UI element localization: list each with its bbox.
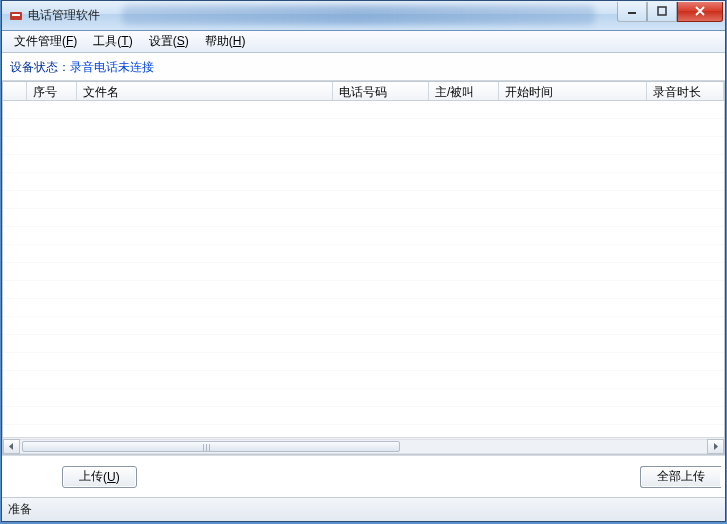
col-duration[interactable]: 录音时长 [647,82,724,100]
menu-help-hotkey: H [233,34,242,48]
triangle-right-icon [712,443,719,450]
col-start-time[interactable]: 开始时间 [499,82,647,100]
menu-file-hotkey: F [66,34,73,48]
app-window: 电话管理软件 文件管理(F) 工具(T) 设置(S) [1,0,726,522]
menu-tools-hotkey: T [121,34,128,48]
minimize-button[interactable] [617,2,647,22]
titlebar[interactable]: 电话管理软件 [2,1,725,31]
device-status-label: 设备状态： [10,60,70,74]
window-controls [617,2,723,22]
scroll-left-button[interactable] [3,439,20,454]
upload-button-label: 上传 [79,468,103,485]
col-filename[interactable]: 文件名 [77,82,333,100]
menu-tools[interactable]: 工具(T) [85,31,140,52]
triangle-left-icon [8,443,15,450]
svg-rect-3 [658,7,666,15]
table-header: 序号 文件名 电话号码 主/被叫 开始时间 录音时长 [3,82,724,101]
menu-file[interactable]: 文件管理(F) [6,31,85,52]
menu-settings[interactable]: 设置(S) [141,31,197,52]
close-icon [694,6,706,16]
menu-help-label: 帮助 [205,34,229,48]
scroll-thumb[interactable] [22,441,400,452]
minimize-icon [627,6,637,16]
close-button[interactable] [677,2,723,22]
col-direction[interactable]: 主/被叫 [429,82,499,100]
titlebar-blur [122,5,595,25]
menu-settings-hotkey: S [177,34,185,48]
app-icon [8,8,24,24]
device-status-value: 录音电话未连接 [70,60,154,74]
device-status: 设备状态：录音电话未连接 [2,53,725,81]
upload-button[interactable]: 上传 (U) [62,466,137,488]
statusbar-text: 准备 [8,501,32,518]
maximize-button[interactable] [647,2,677,22]
svg-rect-2 [628,12,636,14]
action-bar: 上传 (U) 全部上传 [2,455,725,497]
svg-rect-1 [12,14,20,16]
window-title: 电话管理软件 [28,7,100,24]
record-table: 序号 文件名 电话号码 主/被叫 开始时间 录音时长 [2,81,725,455]
upload-button-hotkey: U [107,470,116,484]
scroll-track[interactable] [20,439,707,454]
upload-all-button[interactable]: 全部上传 [640,466,721,488]
menu-settings-label: 设置 [149,34,173,48]
menu-tools-label: 工具 [93,34,117,48]
scroll-right-button[interactable] [707,439,724,454]
col-spacer[interactable] [3,82,27,100]
table-body[interactable] [3,101,724,437]
col-index[interactable]: 序号 [27,82,77,100]
statusbar: 准备 [2,497,725,521]
menu-help[interactable]: 帮助(H) [197,31,254,52]
menubar: 文件管理(F) 工具(T) 设置(S) 帮助(H) [2,31,725,53]
menu-file-label: 文件管理 [14,34,62,48]
horizontal-scrollbar[interactable] [3,437,724,454]
maximize-icon [657,6,667,16]
col-phone[interactable]: 电话号码 [333,82,429,100]
